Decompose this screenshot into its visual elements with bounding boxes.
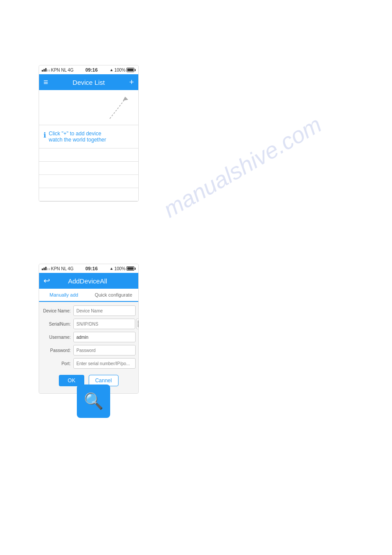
serial-num-row: SerialNum: — [42, 319, 136, 329]
signal-dot-6 — [42, 268, 43, 270]
battery-text-1: 100% — [114, 68, 126, 73]
info-row: ℹ Click "+" to add device watch the worl… — [43, 131, 134, 143]
device-list-content: ℹ Click "+" to add device watch the worl… — [39, 90, 138, 201]
battery-fill-2 — [127, 267, 133, 270]
qr-icon — [138, 320, 139, 327]
empty-row-4 — [39, 188, 138, 201]
dashed-arrow-icon — [105, 94, 132, 123]
status-bar-right-2: ▲ 100% — [109, 266, 136, 271]
signal-dots-1 — [42, 68, 50, 72]
status-bar-2: KPN NL 4G 09:16 ▲ 100% — [39, 264, 138, 273]
menu-icon-1[interactable]: ≡ — [43, 78, 48, 87]
info-sub-text: watch the world together — [49, 137, 106, 143]
qr-scan-button[interactable] — [136, 319, 139, 329]
status-bar-left-2: KPN NL 4G — [42, 266, 73, 271]
info-text-block: Click "+" to add device watch the world … — [49, 131, 106, 143]
status-bar-1: KPN NL 4G 09:16 ▲ 100% — [39, 65, 138, 74]
search-button[interactable]: 🔍 — [77, 385, 110, 418]
signal-dot-4 — [47, 69, 48, 72]
info-section: ℹ Click "+" to add device watch the worl… — [39, 125, 138, 149]
nav-title-2: AddDeviceAll — [68, 277, 107, 285]
battery-1 — [126, 68, 136, 72]
time-2: 09:16 — [85, 266, 97, 271]
svg-marker-0 — [123, 97, 128, 101]
password-label: Password: — [42, 348, 73, 353]
signal-dot-10 — [49, 268, 50, 270]
nav-bar-1: ≡ Device List + — [39, 74, 138, 90]
device-name-input[interactable] — [73, 305, 136, 316]
info-main-text: Click "+" to add device — [49, 131, 106, 137]
add-device-form: Device Name: SerialNum: — [39, 302, 138, 393]
battery-2 — [126, 266, 136, 271]
signal-dot-9 — [47, 268, 48, 270]
status-bar-right-1: ▲ 100% — [109, 68, 136, 73]
location-icon-1: ▲ — [109, 68, 113, 72]
nav-title-1: Device List — [72, 79, 104, 86]
password-input[interactable] — [73, 345, 136, 355]
device-name-row: Device Name: — [42, 305, 136, 316]
battery-tip-1 — [135, 69, 136, 71]
signal-dot-8 — [45, 267, 47, 270]
port-row: Port: — [42, 358, 136, 369]
carrier-1: KPN NL — [51, 68, 67, 73]
empty-row-3 — [39, 175, 138, 188]
signal-dot-3 — [45, 68, 47, 72]
network-type-1: 4G — [68, 68, 73, 73]
location-icon-2: ▲ — [109, 266, 113, 271]
device-name-label: Device Name: — [42, 308, 73, 313]
sn-input-group — [73, 319, 139, 329]
status-bar-left-1: KPN NL 4G — [42, 68, 73, 73]
empty-row-2 — [39, 162, 138, 175]
battery-fill-1 — [127, 69, 133, 71]
time-1: 09:16 — [85, 67, 97, 73]
battery-body-1 — [126, 68, 134, 72]
add-device-button[interactable]: + — [129, 78, 134, 87]
battery-body-2 — [126, 266, 134, 271]
carrier-2: KPN NL — [51, 266, 67, 271]
battery-text-2: 100% — [114, 266, 126, 271]
tab-quick-configurate[interactable]: Quick configurate — [89, 289, 138, 301]
search-icon: 🔍 — [84, 392, 104, 410]
signal-dot-5 — [49, 69, 50, 72]
battery-tip-2 — [135, 268, 136, 270]
screen-device-list: KPN NL 4G 09:16 ▲ 100% ≡ Device List + — [39, 65, 139, 202]
username-label: Username: — [42, 335, 73, 340]
watermark: manualshive.com — [159, 111, 326, 223]
network-type-2: 4G — [68, 266, 73, 271]
port-input[interactable] — [73, 358, 136, 369]
password-row: Password: — [42, 345, 136, 355]
info-icon: ℹ — [43, 131, 46, 139]
port-label: Port: — [42, 361, 73, 366]
username-row: Username: — [42, 332, 136, 342]
tab-bar: Manually add Quick configurate — [39, 289, 138, 302]
signal-dots-2 — [42, 267, 50, 270]
empty-row-1 — [39, 149, 138, 162]
svg-rect-5 — [138, 324, 139, 327]
username-input[interactable] — [73, 332, 136, 342]
signal-dot-1 — [42, 70, 43, 72]
serial-num-input[interactable] — [73, 319, 135, 329]
nav-bar-2: ↩ AddDeviceAll — [39, 273, 138, 289]
arrow-area — [39, 90, 138, 125]
svg-rect-1 — [138, 321, 139, 323]
signal-dot-7 — [43, 268, 45, 270]
serial-num-label: SerialNum: — [42, 322, 73, 326]
screen-add-device: KPN NL 4G 09:16 ▲ 100% ↩ AddDeviceAll Ma… — [39, 264, 139, 394]
signal-dot-2 — [43, 69, 45, 72]
back-button[interactable]: ↩ — [43, 276, 50, 286]
tab-manually-add[interactable]: Manually add — [39, 289, 89, 302]
